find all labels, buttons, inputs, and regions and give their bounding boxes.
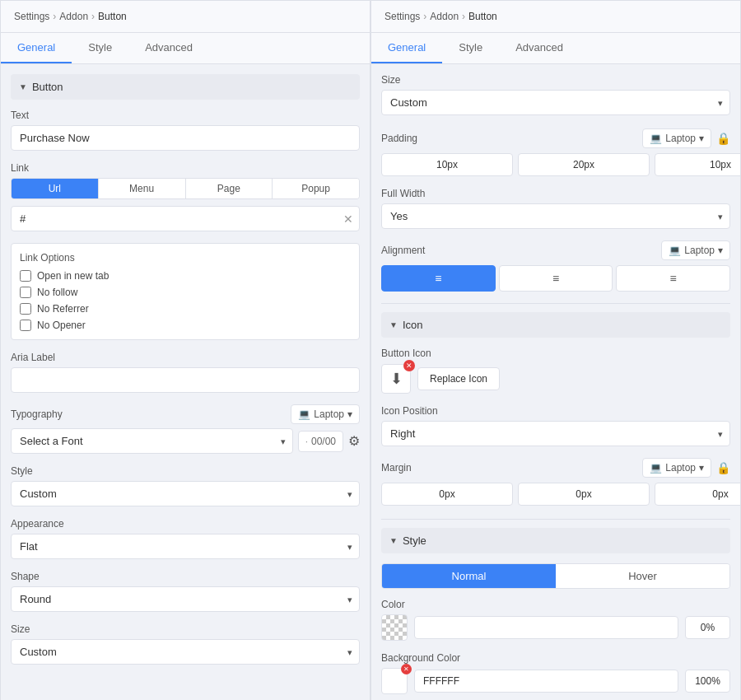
padding-lock-icon[interactable]: 🔒 [716,132,730,145]
alignment-device-label: Laptop [684,245,715,256]
color-label: Color [381,599,730,610]
padding-top[interactable] [381,153,513,176]
bg-color-remove-button[interactable]: ✕ [401,664,412,674]
icon-margin-top[interactable] [381,483,513,506]
no-opener-checkbox[interactable] [20,320,31,331]
padding-device-select[interactable]: 💻 Laptop ▾ [642,128,711,148]
icon-margin-group: Margin 💻 Laptop ▾ 🔒 [381,458,730,506]
padding-bottom[interactable] [655,153,740,176]
size-select-left[interactable]: Custom [11,639,360,665]
icon-margin-right[interactable] [518,483,650,506]
laptop-icon: 💻 [298,408,310,420]
aria-label-input[interactable] [11,367,360,393]
aria-label-group: Aria Label [11,352,360,393]
font-size-display: · 00/00 [298,431,343,452]
divider-1 [381,303,730,304]
tab-style-right[interactable]: Style [442,33,499,63]
typography-row: Typography 💻 Laptop ▾ [11,404,360,424]
icon-section-header[interactable]: ▼ Icon [381,312,730,338]
link-field-group: Link Url Menu Page Popup ✕ [11,162,360,231]
tab-general-right[interactable]: General [371,33,442,63]
bg-color-value-input[interactable] [414,670,678,693]
no-opener-label: No Opener [37,320,86,331]
typography-label: Typography [11,408,63,420]
bg-color-opacity-input[interactable] [685,670,730,693]
icon-position-label: Icon Position [381,405,730,417]
icon-margin-label-row: Margin 💻 Laptop ▾ 🔒 [381,458,730,478]
padding-label: Padding [381,133,417,144]
icon-position-group: Icon Position Right ▾ [381,405,730,446]
left-breadcrumb: Settings › Addon › Button [1,1,370,33]
size-select-wrapper-left: Custom ▾ [11,639,360,665]
shape-select-wrapper: Round ▾ [11,586,360,612]
style-select-wrapper: Custom ▾ [11,481,360,506]
breadcrumb-addon: Addon [59,11,88,22]
right-breadcrumb-addon: Addon [430,11,459,22]
color-swatch[interactable] [381,614,408,641]
icon-margin-laptop-icon: 💻 [650,462,662,474]
divider-2 [381,519,730,520]
style-section-header[interactable]: ▼ Style [381,528,730,553]
section-arrow-icon: ▼ [19,82,27,91]
size-label-left: Size [11,623,360,635]
replace-icon-button[interactable]: Replace Icon [417,367,500,390]
color-value-input[interactable] [414,616,678,639]
icon-remove-button[interactable]: ✕ [403,360,415,371]
right-tabs: General Style Advanced [371,33,740,64]
align-center-button[interactable]: ≡ [499,265,613,292]
link-input[interactable] [11,206,360,231]
alignment-device-select[interactable]: 💻 Laptop ▾ [661,240,730,260]
link-clear-button[interactable]: ✕ [343,212,353,226]
open-new-tab-checkbox[interactable] [20,270,31,282]
icon-section: ▼ Icon Button Icon ✕ ⬇ Replace Icon Icon… [381,312,730,506]
tab-general-left[interactable]: General [1,33,72,63]
style-tab-hover[interactable]: Hover [556,564,729,588]
typography-device-select[interactable]: 💻 Laptop ▾ [291,404,360,424]
appearance-label: Appearance [11,518,360,530]
appearance-select[interactable]: Flat [11,534,360,559]
link-tab-url[interactable]: Url [12,179,99,198]
font-select[interactable]: Select a Font [11,428,293,454]
size-select-right[interactable]: Custom [381,90,730,115]
icon-margin-device-select[interactable]: 💻 Laptop ▾ [642,458,711,478]
icon-preview-box: ✕ ⬇ [381,364,411,394]
appearance-field-group: Appearance Flat ▾ [11,518,360,559]
no-follow-checkbox[interactable] [20,287,31,298]
style-section-arrow-icon: ▼ [389,536,398,545]
tab-advanced-left[interactable]: Advanced [128,33,209,63]
link-tab-popup[interactable]: Popup [273,179,359,198]
no-referrer-checkbox[interactable] [20,303,31,315]
shape-label: Shape [11,571,360,582]
tab-style-left[interactable]: Style [72,33,128,63]
align-left-button[interactable]: ≡ [381,265,496,292]
shape-field-group: Shape Round ▾ [11,571,360,612]
color-group: Color [381,599,730,641]
alignment-group: Alignment 💻 Laptop ▾ ≡ ≡ ≡ [381,240,730,292]
button-icon-group: Button Icon ✕ ⬇ Replace Icon [381,348,730,394]
icon-margin-device-arrow-icon: ▾ [699,462,704,474]
full-width-select[interactable]: Yes [381,203,730,229]
size-label-right: Size [381,74,730,86]
padding-right[interactable] [518,153,650,176]
align-right-button[interactable]: ≡ [616,265,730,292]
full-width-group: Full Width Yes ▾ [381,188,730,229]
icon-margin-bottom[interactable] [655,483,740,506]
text-input[interactable] [11,125,360,151]
color-opacity-input[interactable] [685,616,730,639]
size-select-wrapper-right: Custom ▾ [381,90,730,115]
shape-select[interactable]: Round [11,586,360,612]
alignment-label: Alignment [381,245,425,256]
icon-position-select[interactable]: Right [381,421,730,446]
tab-advanced-right[interactable]: Advanced [499,33,580,63]
right-panel: Settings › Addon › Button General Style … [370,0,741,700]
icon-margin-lock-icon[interactable]: 🔒 [716,461,730,474]
checkbox-no-referrer: No Referrer [20,303,351,315]
link-tab-menu[interactable]: Menu [99,179,186,198]
section-title: Button [32,81,63,93]
style-tab-normal[interactable]: Normal [382,564,556,588]
style-select[interactable]: Custom [11,481,360,506]
no-follow-label: No follow [37,287,77,298]
link-tab-page[interactable]: Page [186,179,273,198]
typography-settings-icon[interactable]: ⚙ [348,433,360,449]
icon-row: ✕ ⬇ Replace Icon [381,364,730,394]
